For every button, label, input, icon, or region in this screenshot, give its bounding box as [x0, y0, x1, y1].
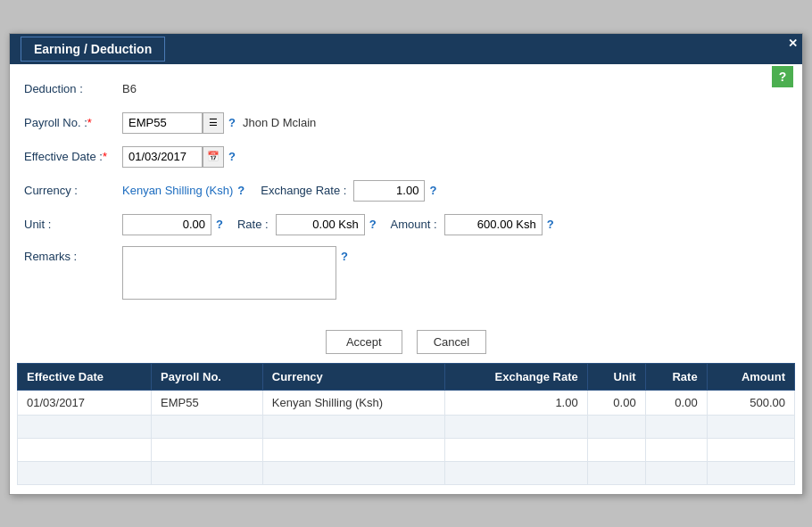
table-cell [152, 438, 263, 461]
currency-row: Currency : Kenyan Shilling (Ksh) ? Excha… [24, 178, 788, 203]
currency-label: Currency : [24, 184, 122, 197]
table-cell [587, 415, 645, 438]
remarks-row: Remarks : ? [24, 246, 788, 300]
main-dialog: Earning / Deduction ✕ ? Deduction : B6 P… [9, 33, 803, 495]
unit-rate-amount-row: Unit : ? Rate : ? Amount : ? [24, 212, 788, 237]
unit-input[interactable] [122, 214, 211, 235]
table-cell [707, 438, 794, 461]
table-cell: 0.00 [645, 390, 707, 415]
dialog-title: Earning / Deduction [21, 37, 165, 62]
currency-help-icon[interactable]: ? [237, 184, 244, 197]
amount-label: Amount : [391, 218, 437, 231]
col-unit: Unit [587, 363, 645, 390]
exchange-rate-input[interactable] [353, 180, 425, 202]
table-cell: 1.00 [444, 390, 587, 415]
deduction-value: B6 [122, 82, 137, 95]
table-cell [262, 461, 444, 484]
table-cell: 01/03/2017 [18, 390, 152, 415]
exchange-rate-label: Exchange Rate : [261, 184, 346, 197]
col-effective-date: Effective Date [18, 363, 152, 390]
col-rate: Rate [645, 363, 707, 390]
col-payroll-no: Payroll No. [152, 363, 263, 390]
table-cell [152, 415, 263, 438]
rate-label: Rate : [237, 218, 269, 231]
payroll-row: Payroll No. :* ☰ ? Jhon D Mclain [24, 111, 788, 136]
records-table: Effective Date Payroll No. Currency Exch… [17, 363, 795, 485]
table-area: Effective Date Payroll No. Currency Exch… [10, 363, 802, 494]
rate-input[interactable] [276, 214, 365, 235]
col-exchange-rate: Exchange Rate [444, 363, 587, 390]
col-amount: Amount [707, 363, 794, 390]
unit-help-icon[interactable]: ? [216, 218, 223, 231]
deduction-row: Deduction : B6 [24, 77, 788, 102]
form-area: Deduction : B6 Payroll No. :* ☰ ? Jhon D… [10, 64, 802, 317]
unit-label: Unit : [24, 218, 122, 231]
table-cell [18, 438, 152, 461]
currency-value: Kenyan Shilling (Ksh) [122, 184, 233, 197]
table-cell [262, 415, 444, 438]
table-row: 01/03/2017EMP55Kenyan Shilling (Ksh)1.00… [18, 390, 795, 415]
table-cell: EMP55 [152, 390, 263, 415]
table-cell [587, 438, 645, 461]
effective-date-row: Effective Date :* 📅 ? [24, 144, 788, 169]
cancel-button[interactable]: Cancel [417, 330, 486, 354]
table-row [18, 461, 795, 484]
table-cell [444, 415, 587, 438]
table-cell [18, 461, 152, 484]
amount-input[interactable] [444, 214, 543, 235]
table-cell [645, 438, 707, 461]
table-row [18, 415, 795, 438]
table-cell [444, 461, 587, 484]
payroll-label: Payroll No. :* [24, 116, 122, 129]
table-cell [587, 461, 645, 484]
effective-date-label: Effective Date :* [24, 150, 122, 163]
table-cell: 0.00 [587, 390, 645, 415]
payroll-help-icon[interactable]: ? [228, 116, 236, 129]
remarks-input[interactable] [122, 246, 336, 300]
rate-help-icon[interactable]: ? [369, 218, 377, 231]
help-button[interactable]: ? [772, 66, 793, 87]
table-cell [262, 438, 444, 461]
buttons-area: Accept Cancel [10, 317, 802, 363]
table-cell [18, 415, 152, 438]
table-cell [444, 438, 587, 461]
payroll-input[interactable] [122, 112, 203, 134]
amount-help-icon[interactable]: ? [547, 218, 554, 231]
table-cell [645, 461, 707, 484]
payroll-name: Jhon D Mclain [243, 116, 316, 129]
effective-date-input[interactable] [122, 146, 203, 168]
col-currency: Currency [262, 363, 444, 390]
payroll-list-button[interactable]: ☰ [203, 112, 224, 134]
calendar-button[interactable]: 📅 [203, 146, 224, 168]
table-cell: 500.00 [707, 390, 794, 415]
remarks-label: Remarks : [24, 250, 122, 263]
table-cell [707, 461, 794, 484]
close-button[interactable]: ✕ [783, 34, 802, 54]
table-cell: Kenyan Shilling (Ksh) [262, 390, 444, 415]
accept-button[interactable]: Accept [326, 330, 402, 354]
remarks-help-icon[interactable]: ? [341, 250, 348, 263]
table-cell [152, 461, 263, 484]
deduction-label: Deduction : [24, 82, 122, 95]
table-cell [645, 415, 707, 438]
table-row [18, 438, 795, 461]
table-cell [707, 415, 794, 438]
exchange-rate-help-icon[interactable]: ? [429, 184, 436, 197]
effective-date-help-icon[interactable]: ? [228, 150, 236, 163]
